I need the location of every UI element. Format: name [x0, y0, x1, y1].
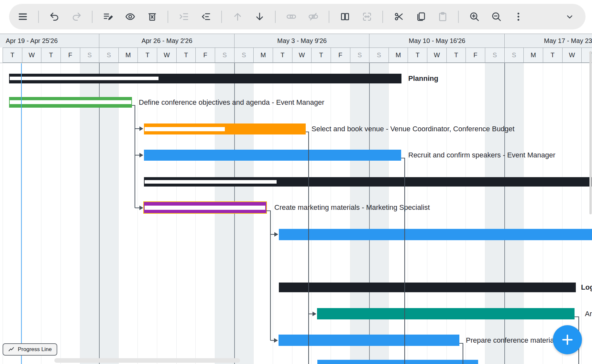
day-header-cell: F — [195, 48, 215, 63]
unlink-button — [302, 4, 324, 29]
zoom-out-icon — [491, 11, 502, 22]
task-label: Planning — [408, 74, 438, 83]
day-header-cell: S — [80, 48, 99, 63]
connector-arrowhead-icon — [139, 153, 143, 157]
toolbar-separator — [275, 11, 276, 23]
more-button[interactable] — [507, 4, 529, 29]
task-label: Define conference objectives and agenda … — [139, 98, 324, 107]
day-header-cell: S — [504, 48, 524, 63]
copy-button[interactable] — [410, 4, 432, 29]
day-header-cell: T — [41, 48, 60, 63]
zoom-in-icon — [469, 11, 480, 22]
toolbar-items — [12, 4, 529, 29]
menu-button[interactable] — [12, 4, 34, 29]
progress-line-button[interactable]: Progress Line — [3, 343, 57, 356]
chevron-down-icon — [565, 12, 575, 22]
unlink-icon — [308, 11, 319, 22]
vertical-scrollbar-thumb[interactable] — [589, 51, 592, 214]
day-header-cell: M — [523, 48, 543, 63]
toolbar-separator — [329, 11, 329, 23]
day-header-cell: S — [485, 48, 504, 63]
day-header-cell: M — [389, 48, 408, 63]
day-header-cell: S — [369, 48, 389, 63]
connector-line — [132, 105, 135, 208]
split-task-button[interactable] — [334, 4, 356, 29]
toolbar — [9, 4, 586, 29]
view-eye-button[interactable] — [119, 4, 141, 29]
add-task-fab-button[interactable] — [553, 325, 582, 354]
undo-button[interactable] — [43, 4, 65, 29]
task-label: Log — [581, 283, 592, 292]
day-header-cell: T — [273, 48, 292, 63]
paste-icon — [437, 11, 448, 22]
week-header-cell: Apr 19 - Apr 25'26 — [0, 34, 99, 48]
more-icon — [513, 11, 524, 22]
indent-icon — [179, 11, 189, 22]
task-label: Create marketing materials - Marketing S… — [274, 203, 430, 212]
day-header-cell: T — [176, 48, 196, 63]
move-down-button[interactable] — [248, 4, 270, 29]
connector-line — [266, 211, 270, 340]
day-header-cell: F — [60, 48, 80, 63]
copy-icon — [415, 11, 426, 22]
edit-list-icon — [103, 11, 114, 22]
progress-line-label: Progress Line — [18, 346, 52, 353]
progress-line-icon — [8, 346, 15, 353]
menu-icon — [17, 11, 28, 22]
week-header-cell: May 10 - May 16'26 — [369, 34, 505, 48]
week-header-cell: May 3 - May 9'26 — [234, 34, 369, 48]
task-label: Recruit and confirm speakers - Event Man… — [408, 151, 555, 159]
day-header-cell: F — [466, 48, 485, 63]
move-up-button — [226, 4, 248, 29]
day-header-cell: W — [562, 48, 582, 63]
toolbar-separator — [92, 11, 93, 23]
plus-icon — [560, 333, 575, 347]
day-header-cell: T — [137, 48, 157, 63]
day-header-cell: W — [292, 48, 312, 63]
delete-task-button[interactable] — [141, 4, 163, 29]
horizontal-scrollbar-thumb[interactable] — [54, 358, 240, 363]
edit-list-button[interactable] — [97, 4, 119, 29]
toolbar-separator — [458, 11, 459, 23]
day-header-cell: T — [311, 48, 331, 63]
connector-line — [459, 343, 463, 364]
indent-button — [173, 4, 195, 29]
day-header-cell: M — [118, 48, 138, 63]
day-header-cell: S — [99, 48, 118, 63]
link-button — [280, 4, 302, 29]
connector-arrowhead-icon — [312, 312, 316, 316]
day-header-cell: F — [331, 48, 350, 63]
cut-button[interactable] — [388, 4, 410, 29]
split-task-icon — [340, 11, 350, 22]
toolbar-collapse-button[interactable] — [563, 4, 576, 29]
day-header-cell: W — [427, 48, 446, 63]
merge-button — [356, 4, 378, 29]
paste-button — [432, 4, 454, 29]
day-header-cell: S — [350, 48, 369, 63]
merge-icon — [362, 11, 372, 22]
outdent-button[interactable] — [195, 4, 217, 29]
link-icon — [286, 11, 297, 22]
day-header-cell: W — [22, 48, 41, 63]
zoom-out-button[interactable] — [485, 4, 507, 29]
task-label: Select and book venue - Venue Coordinato… — [312, 125, 514, 133]
day-header-cell: T — [446, 48, 466, 63]
outdent-icon — [201, 11, 211, 22]
week-header-cell: Apr 26 - May 2'26 — [99, 34, 235, 48]
redo-icon — [71, 11, 82, 22]
connector-line — [401, 158, 405, 364]
toolbar-separator — [38, 11, 39, 23]
toolbar-separator — [382, 11, 383, 23]
day-header-cell: T — [408, 48, 427, 63]
connector-arrowhead-icon — [139, 206, 143, 210]
week-header-cell: May 17 - May 23'26 — [504, 34, 592, 48]
toolbar-separator — [221, 11, 222, 23]
connector-arrowhead-icon — [274, 232, 278, 237]
day-header-cell: S — [215, 48, 234, 63]
toolbar-separator — [168, 11, 168, 23]
move-down-icon — [254, 11, 265, 22]
delete-task-icon — [147, 11, 158, 22]
move-up-icon — [232, 11, 243, 22]
zoom-in-button[interactable] — [463, 4, 485, 29]
day-header-cell: T — [543, 48, 562, 63]
